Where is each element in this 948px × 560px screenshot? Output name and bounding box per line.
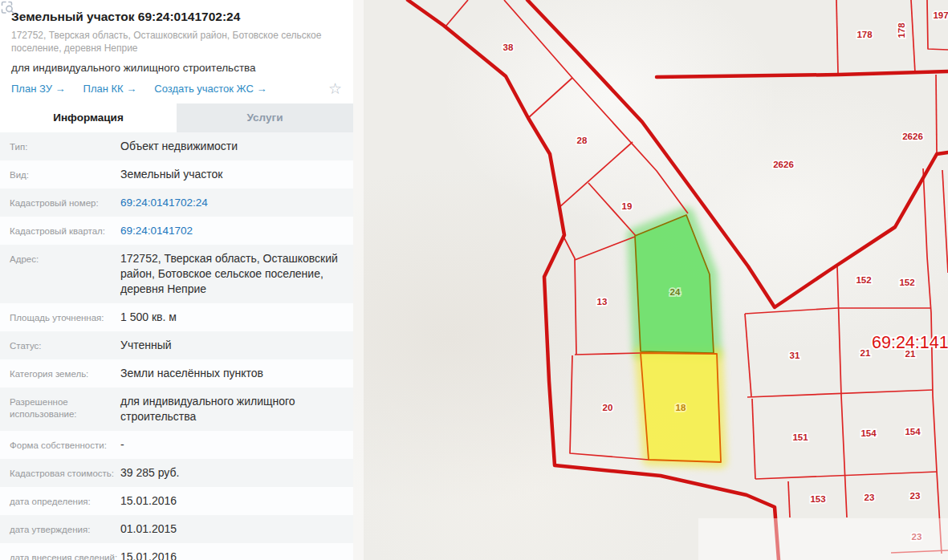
parcel-label: 178 — [856, 30, 873, 39]
info-row: дата определения:15.01.2016 — [0, 487, 353, 515]
parcel-label: 13 — [597, 297, 608, 306]
info-value: - — [120, 437, 345, 452]
create-parcel-link[interactable]: Создать участок ЖС → — [154, 83, 266, 95]
info-value: 15.01.2016 — [120, 493, 345, 509]
parcel-label: 24 — [670, 287, 681, 297]
info-value: 15.01.2016 — [120, 550, 345, 560]
info-label: Статус: — [10, 338, 120, 352]
info-panel: Земельный участок 69:24:0141702:24 17275… — [0, 0, 353, 560]
info-label: Кадастровая стоимость: — [10, 465, 120, 480]
parcel-label: 23 — [910, 491, 921, 501]
info-value: Учтенный — [120, 338, 345, 353]
info-value: Объект недвижимости — [120, 139, 345, 154]
tab-services[interactable]: Услуги — [177, 103, 353, 132]
quarter-number-label: 69:24:14170 — [872, 333, 948, 352]
page-title: Земельный участок 69:24:0141702:24 — [11, 10, 342, 24]
parcel-label: 23 — [912, 532, 922, 542]
info-label: дата утверждения: — [10, 521, 120, 536]
info-value: 1 500 кв. м — [120, 310, 345, 325]
parcel-label: 152 — [856, 275, 871, 285]
info-label: Адрес: — [10, 251, 120, 266]
action-links: План ЗУ → План КК → Создать участок ЖС →… — [11, 81, 342, 103]
plan-kk-link[interactable]: План КК → — [83, 83, 137, 95]
parcel-label: 2626 — [773, 160, 794, 169]
parcel-label: 31 — [790, 351, 800, 360]
info-value: 172752, Тверская область, Осташковский р… — [120, 251, 345, 297]
parcel-label: 153 — [810, 494, 825, 504]
info-rows: Тип:Объект недвижимостиВид:Земельный уча… — [0, 132, 353, 560]
parcel-label: 18 — [676, 403, 686, 412]
parcel-label: 2626 — [902, 132, 923, 141]
info-label: Категория земель: — [10, 366, 120, 380]
info-row: дата утверждения:01.01.2015 — [0, 515, 353, 543]
info-row: Кадастровый номер:69:24:0141702:24 — [0, 189, 353, 217]
info-row: Адрес:172752, Тверская область, Осташков… — [0, 245, 353, 303]
info-label: Разрешенное использование: — [10, 394, 120, 420]
info-row: Категория земель:Земли населённых пункто… — [0, 359, 353, 388]
info-value: 01.01.2015 — [120, 521, 345, 537]
map-canvas: 3828191320241826262626178178197152152312… — [353, 0, 948, 560]
info-row: Площадь уточненная:1 500 кв. м — [0, 303, 353, 331]
info-value: Земельный участок — [120, 167, 345, 182]
parcel-label: 21 — [861, 348, 871, 358]
parcel-label: 28 — [577, 136, 588, 145]
info-row: Кадастровый квартал:69:24:0141702 — [0, 217, 353, 245]
parcel-label: 23 — [865, 493, 875, 502]
info-label: Вид: — [10, 167, 120, 181]
info-label: Площадь уточненная: — [10, 310, 120, 324]
parcel-label: 178 — [897, 22, 906, 39]
info-row: Форма собственности:- — [0, 431, 353, 459]
plan-zu-link[interactable]: План ЗУ → — [11, 83, 66, 95]
info-label: Кадастровый квартал: — [10, 223, 120, 237]
parcel-label: 154 — [861, 428, 877, 438]
header-icons: ☆ — [328, 81, 342, 96]
parcel-label: 151 — [792, 432, 808, 442]
parcel-address-subtitle: 172752, Тверская область, Осташковский р… — [11, 30, 332, 55]
info-label: Кадастровый номер: — [10, 195, 120, 209]
info-label: дата определения: — [10, 493, 120, 508]
star-icon[interactable]: ☆ — [328, 81, 342, 96]
info-label: Тип: — [10, 139, 120, 153]
panel-header: Земельный участок 69:24:0141702:24 17275… — [0, 0, 353, 103]
tab-bar: Информация Услуги — [0, 103, 353, 132]
parcel-label: 197 — [933, 10, 948, 20]
info-value: для индивидуального жилищного строительс… — [120, 394, 345, 424]
parcel-label: 20 — [603, 403, 613, 412]
info-row: дата внесения сведений:15.01.2016 — [0, 543, 353, 560]
parcel-label: 19 — [622, 201, 633, 211]
info-label: дата внесения сведений: — [10, 550, 120, 560]
parcel-label: 152 — [899, 278, 914, 287]
cadastral-map[interactable]: 3828191320241826262626178178197152152312… — [353, 0, 948, 560]
info-value: Земли населённых пунктов — [120, 366, 345, 381]
info-value: 39 285 руб. — [120, 465, 345, 481]
info-row: Статус:Учтенный — [0, 331, 353, 359]
info-value-link[interactable]: 69:24:0141702:24 — [120, 195, 345, 210]
info-label: Форма собственности: — [10, 437, 120, 452]
info-row: Кадастровая стоимость:39 285 руб. — [0, 459, 353, 487]
info-row: Вид:Земельный участок — [0, 160, 353, 189]
info-row: Разрешенное использование:для индивидуал… — [0, 388, 353, 431]
document-search-icon[interactable] — [0, 0, 16, 16]
tab-information[interactable]: Информация — [0, 103, 177, 132]
parcel-label: 38 — [503, 43, 514, 52]
info-value-link[interactable]: 69:24:0141702 — [120, 223, 345, 238]
permitted-use-text: для индивидуального жилищного строительс… — [11, 62, 342, 74]
info-row: Тип:Объект недвижимости — [0, 132, 353, 160]
parcel-label: 154 — [905, 427, 921, 436]
